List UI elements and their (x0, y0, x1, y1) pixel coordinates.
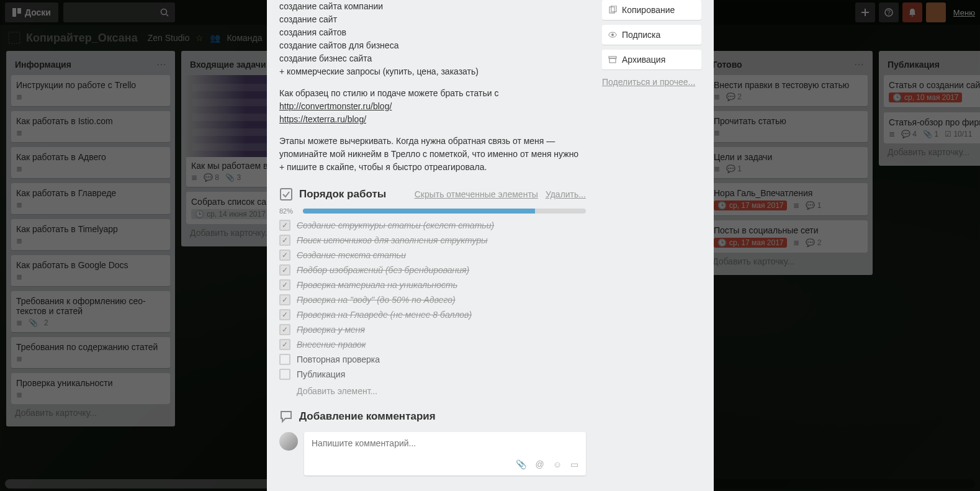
card-icon[interactable]: ▭ (570, 459, 578, 469)
checklist-item[interactable]: Внесение правок (279, 339, 586, 350)
checkbox[interactable] (279, 309, 290, 320)
add-checklist-item[interactable]: Добавить элемент... (297, 386, 586, 396)
checklist-item-text: Поиск источников для заполнения структур… (297, 235, 488, 245)
checkbox[interactable] (279, 279, 290, 291)
checklist-item[interactable]: Подбор изображений (без брендирования) (279, 264, 586, 276)
description-link[interactable]: http://convertmonster.ru/blog/ (279, 101, 392, 111)
checklist-item-text: Проверка на "воду" (до 50% по Адвего) (297, 295, 456, 305)
checklist-item[interactable]: Создание структуры статьи (скелет статьи… (279, 220, 586, 231)
checklist-item-text: Создание структуры статьи (скелет статьи… (297, 220, 494, 230)
checklist-item-text: Проверка у меня (297, 325, 365, 335)
checklist-item[interactable]: Проверка у меня (279, 324, 586, 335)
attachment-icon[interactable]: 📎 (516, 459, 526, 469)
checklist-item[interactable]: Создание текста статьи (279, 250, 586, 261)
archive-button[interactable]: Архивация (602, 50, 701, 70)
copy-button[interactable]: Копирование (602, 0, 701, 20)
svg-rect-15 (609, 58, 616, 63)
mention-icon[interactable]: @ (535, 459, 544, 469)
card-modal: создание сайта компании создание сайт со… (267, 0, 714, 491)
eye-icon (608, 30, 617, 39)
checklist-item-text: Проверка материала на уникальность (297, 280, 457, 290)
checkbox[interactable] (279, 235, 290, 246)
checkbox[interactable] (279, 324, 290, 335)
checkbox[interactable] (279, 354, 290, 365)
checkbox[interactable] (279, 250, 290, 261)
hide-checked-link[interactable]: Скрыть отмеченные элементы (415, 189, 538, 199)
checklist-item[interactable]: Проверка на Главреде (не менее 8 баллов) (279, 309, 586, 320)
checkbox[interactable] (279, 294, 290, 305)
checklist-item[interactable]: Проверка на "воду" (до 50% по Адвего) (279, 294, 586, 305)
comment-input-box[interactable]: 📎 @ ☺ ▭ (304, 432, 586, 475)
checklist-item[interactable]: Поиск источников для заполнения структур… (279, 235, 586, 246)
checklist-item[interactable]: Проверка материала на уникальность (279, 279, 586, 291)
comment-icon (279, 410, 293, 423)
user-avatar (279, 432, 298, 451)
checklist-item-text: Публикация (297, 369, 345, 379)
checklist-item[interactable]: Повторная проверка (279, 354, 586, 365)
share-link[interactable]: Поделиться и прочее... (602, 77, 701, 87)
checklist-title: Порядок работы (299, 188, 386, 200)
description-link[interactable]: https://texterra.ru/blog/ (279, 114, 366, 124)
comments-title: Добавление комментария (299, 410, 436, 423)
card-description: создание сайта компании создание сайт со… (279, 0, 586, 174)
svg-rect-9 (281, 189, 292, 200)
delete-checklist-link[interactable]: Удалить... (546, 189, 586, 199)
checklist-item-text: Внесение правок (297, 340, 366, 349)
checkbox[interactable] (279, 264, 290, 276)
checklist-item-text: Создание текста статьи (297, 250, 406, 260)
svg-point-13 (611, 34, 614, 36)
checkbox[interactable] (279, 369, 290, 380)
checklist-item-text: Проверка на Главреде (не менее 8 баллов) (297, 310, 472, 320)
checklist-icon (279, 187, 293, 201)
copy-icon (608, 6, 617, 14)
archive-icon (608, 55, 617, 64)
subscribe-button[interactable]: Подписка (602, 25, 701, 45)
checkbox[interactable] (279, 339, 290, 350)
checklist-item[interactable]: Публикация (279, 369, 586, 380)
checklist-item-text: Подбор изображений (без брендирования) (297, 265, 469, 275)
checkbox[interactable] (279, 220, 290, 231)
emoji-icon[interactable]: ☺ (553, 459, 562, 469)
checklist-item-text: Повторная проверка (297, 354, 380, 364)
progress-bar (303, 209, 586, 214)
progress-percent: 82% (279, 207, 297, 215)
comment-input[interactable] (312, 438, 578, 448)
